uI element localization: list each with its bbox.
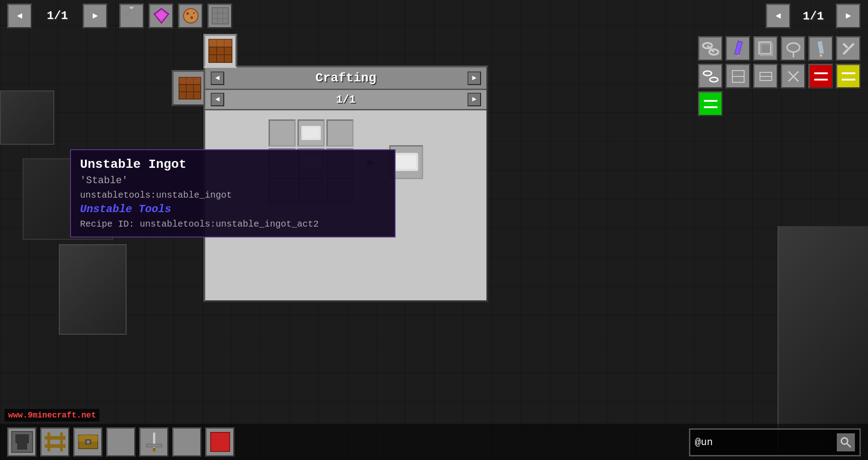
block-icon	[211, 7, 229, 25]
sword-icon	[143, 431, 165, 453]
crafting-header: ◄ Crafting ►	[205, 67, 486, 90]
svg-marker-18	[738, 55, 739, 57]
svg-point-5	[186, 12, 189, 15]
toolbar-item4[interactable]	[781, 64, 806, 89]
svg-rect-68	[60, 432, 63, 451]
svg-rect-8	[212, 8, 228, 24]
result-ingot-icon	[392, 152, 420, 172]
crafting-sub-counter: 1/1	[224, 94, 467, 106]
tooltip-recipe-id: Recipe ID: unstabletools:unstable_ingot_…	[80, 219, 386, 229]
toolbar-chain[interactable]	[698, 36, 723, 61]
top-prev-button[interactable]: ◄	[7, 4, 32, 28]
toolbar-green-slot[interactable]	[698, 91, 723, 116]
right-toolbar	[698, 36, 861, 116]
tool-icon	[123, 7, 141, 25]
inv-slot-gem[interactable]	[149, 4, 174, 28]
bottom-slot-6[interactable]	[205, 427, 235, 457]
svg-rect-63	[396, 155, 416, 169]
inv-slot-block[interactable]	[208, 4, 232, 28]
bottom-slot-4[interactable]	[139, 427, 169, 457]
toolbar-pencil2[interactable]	[808, 36, 833, 61]
top-nav-bar: ◄ 1/1 ►	[0, 0, 868, 32]
tooltip-subtitle: 'Stable'	[80, 175, 386, 186]
crafting-sub-next-button[interactable]: ►	[467, 93, 481, 106]
watermark: www.9minecraft.net	[5, 409, 99, 422]
svg-point-4	[184, 9, 198, 23]
crafting-next-button[interactable]: ►	[467, 71, 481, 85]
svg-rect-30	[842, 42, 848, 48]
grid-slot-0-2[interactable]	[326, 119, 354, 147]
svg-rect-77	[153, 448, 156, 451]
svg-point-25	[787, 43, 800, 52]
top-next-button[interactable]: ►	[83, 4, 108, 28]
crafting-tab[interactable]	[203, 34, 237, 68]
toolbar-lasso[interactable]	[781, 36, 806, 61]
crafting-sub-prev-button[interactable]: ◄	[211, 93, 224, 106]
svg-rect-70	[45, 444, 66, 448]
toolbar-item2[interactable]	[726, 64, 750, 89]
crafting-tab-icon	[208, 38, 233, 63]
bg-block-right	[778, 226, 868, 452]
toolbar-row-2	[698, 64, 861, 89]
tooltip-mod-name: Unstable Tools	[80, 203, 386, 215]
bg-block-3	[59, 244, 127, 335]
lasso-icon	[784, 39, 803, 58]
svg-rect-66	[17, 443, 27, 450]
gem-icon	[152, 7, 170, 25]
bottom-slot-0[interactable]	[7, 427, 37, 457]
svg-rect-56	[209, 39, 232, 47]
svg-point-31	[703, 71, 712, 76]
item3-icon	[756, 67, 775, 86]
toolbar-red-slot[interactable]	[808, 64, 833, 89]
chat-search-icon[interactable]	[837, 433, 855, 451]
chest-icon	[77, 431, 99, 453]
svg-rect-27	[817, 41, 824, 54]
svg-rect-17	[734, 41, 742, 55]
toolbar-pencil[interactable]	[726, 36, 750, 61]
inv-slot-food[interactable]	[178, 4, 203, 28]
chat-input-box[interactable]: @un	[689, 428, 861, 456]
grid-slot-0-1[interactable]	[297, 119, 325, 147]
svg-rect-69	[45, 436, 66, 440]
recipe-book-icon	[178, 76, 202, 100]
svg-rect-74	[87, 441, 90, 443]
toolbar-yellow-slot[interactable]	[836, 64, 861, 89]
crafting-prev-button[interactable]: ◄	[211, 71, 224, 85]
top-right-nav: ◄ 1/1 ►	[766, 4, 861, 28]
item2-icon	[729, 67, 748, 86]
wrench-icon	[839, 39, 858, 58]
top-right-prev-button[interactable]: ◄	[766, 4, 791, 28]
svg-line-80	[847, 443, 850, 447]
toolbar-chain2[interactable]	[698, 64, 723, 89]
svg-point-32	[710, 77, 718, 82]
yellow-slot-icon	[839, 67, 858, 86]
toolbar-item3[interactable]	[753, 64, 778, 89]
bottom-slot-2[interactable]	[73, 427, 103, 457]
tooltip-mod-id: unstabletools:unstable_ingot	[80, 190, 386, 200]
ingot-icon	[300, 124, 322, 142]
cube-icon	[756, 39, 775, 58]
chain2-icon	[701, 67, 720, 86]
food-icon	[182, 7, 200, 25]
furnace-icon	[11, 431, 33, 453]
top-inventory	[119, 4, 232, 28]
search-icon	[840, 436, 852, 449]
svg-marker-28	[820, 55, 822, 57]
tooltip-overlay: Unstable Ingot 'Stable' unstabletools:un…	[70, 149, 396, 237]
grid-slot-0-0[interactable]	[269, 119, 296, 147]
chat-input-value[interactable]: @un	[695, 437, 833, 448]
svg-rect-78	[211, 432, 230, 451]
bg-block-1	[0, 90, 54, 145]
crafting-sub-header: ◄ 1/1 ►	[205, 90, 486, 110]
svg-rect-76	[146, 444, 162, 447]
toolbar-cube[interactable]	[753, 36, 778, 61]
top-right-next-button[interactable]: ►	[836, 4, 861, 28]
bottom-slot-5[interactable]	[172, 427, 202, 457]
bottom-slot-1[interactable]	[40, 427, 70, 457]
top-counter: 1/1	[39, 9, 75, 23]
recipe-book-slot[interactable]	[172, 70, 208, 106]
inv-slot-tool[interactable]	[119, 4, 144, 28]
toolbar-wrench[interactable]	[836, 36, 861, 61]
bottom-slot-3[interactable]	[106, 427, 136, 457]
svg-point-6	[190, 16, 193, 19]
